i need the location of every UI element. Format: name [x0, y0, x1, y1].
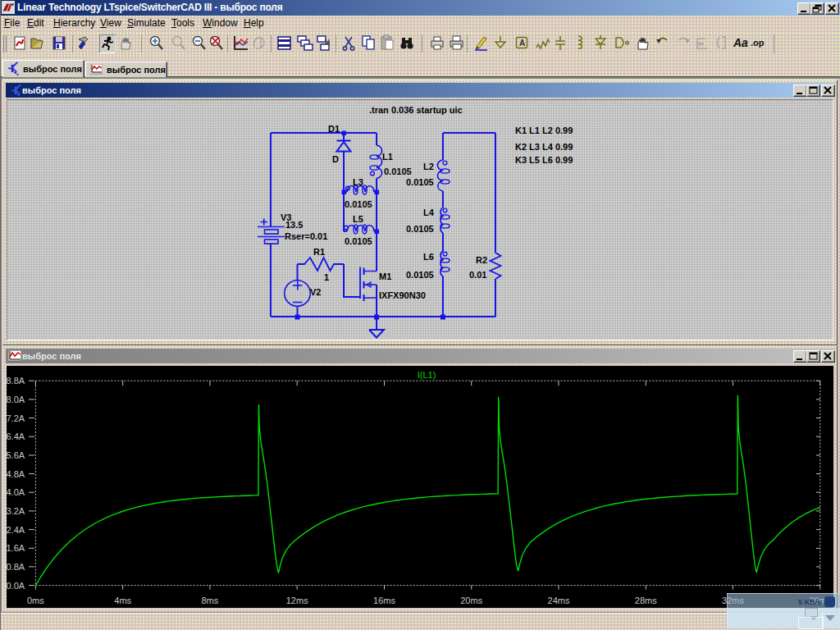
- svg-text:8.8A: 8.8A: [7, 376, 25, 386]
- svg-text:4.0A: 4.0A: [7, 487, 25, 497]
- svg-text:I(L1): I(L1): [418, 370, 436, 380]
- svg-text:8ms: 8ms: [202, 596, 219, 605]
- svg-text:4ms: 4ms: [114, 596, 131, 605]
- svg-text:24ms: 24ms: [548, 596, 570, 605]
- svg-text:3.2A: 3.2A: [7, 506, 25, 516]
- svg-text:12ms: 12ms: [286, 596, 308, 605]
- svg-text:1.6A: 1.6A: [7, 543, 25, 553]
- svg-text:0ms: 0ms: [27, 596, 44, 605]
- svg-text:20ms: 20ms: [460, 596, 482, 605]
- svg-text:5.6A: 5.6A: [7, 450, 25, 460]
- svg-text:2.4A: 2.4A: [7, 525, 25, 535]
- svg-text:28ms: 28ms: [635, 596, 657, 605]
- svg-text:7.2A: 7.2A: [7, 413, 25, 423]
- svg-text:0.0A: 0.0A: [7, 581, 25, 591]
- svg-text:4.8A: 4.8A: [7, 469, 25, 479]
- svg-text:16ms: 16ms: [373, 596, 395, 605]
- svg-text:8.0A: 8.0A: [7, 395, 25, 404]
- svg-text:6.4A: 6.4A: [7, 431, 25, 441]
- svg-text:0.8A: 0.8A: [7, 562, 25, 572]
